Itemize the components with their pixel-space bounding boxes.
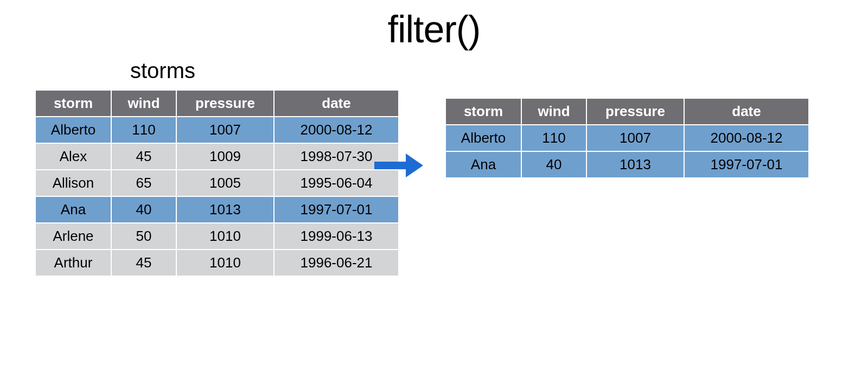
arrow-icon bbox=[374, 152, 423, 179]
table-cell: 2000-08-12 bbox=[275, 117, 398, 143]
table-cell: 50 bbox=[112, 223, 176, 249]
table-row: Ana4010131997-07-01 bbox=[446, 152, 808, 177]
table-cell: 40 bbox=[112, 197, 176, 222]
column-header: wind bbox=[522, 99, 586, 124]
table-row: Allison6510051995-06-04 bbox=[36, 170, 398, 196]
table-row: Ana4010131997-07-01 bbox=[36, 197, 398, 222]
column-header: storm bbox=[36, 91, 111, 116]
table-cell: Ana bbox=[36, 197, 111, 222]
table-cell: 1996-06-21 bbox=[275, 250, 398, 276]
table-cell: 1009 bbox=[177, 144, 273, 169]
table-cell: Alberto bbox=[446, 125, 521, 151]
input-table: stormwindpressuredate Alberto11010072000… bbox=[35, 90, 399, 277]
table-row: Alberto11010072000-08-12 bbox=[36, 117, 398, 143]
table-cell: 65 bbox=[112, 170, 176, 196]
column-header: wind bbox=[112, 91, 176, 116]
table-cell: 1013 bbox=[587, 152, 684, 177]
table-cell: 1010 bbox=[177, 223, 273, 249]
table-cell: Allison bbox=[36, 170, 111, 196]
output-table: stormwindpressuredate Alberto11010072000… bbox=[445, 98, 809, 178]
table-cell: 1013 bbox=[177, 197, 273, 222]
table-cell: 1010 bbox=[177, 250, 273, 276]
table-row: Alberto11010072000-08-12 bbox=[446, 125, 808, 151]
table-cell: 110 bbox=[112, 117, 176, 143]
table-row: Arlene5010101999-06-13 bbox=[36, 223, 398, 249]
left-table-label: storms bbox=[130, 59, 195, 83]
table-cell: 1999-06-13 bbox=[275, 223, 398, 249]
table-cell: Ana bbox=[446, 152, 521, 177]
column-header: pressure bbox=[177, 91, 273, 116]
table-cell: Alex bbox=[36, 144, 111, 169]
table-row: Arthur4510101996-06-21 bbox=[36, 250, 398, 276]
slide: filter() storms stormwindpressuredate Al… bbox=[0, 0, 868, 377]
table-cell: 1007 bbox=[177, 117, 273, 143]
table-cell: 110 bbox=[522, 125, 586, 151]
table-cell: 2000-08-12 bbox=[685, 125, 808, 151]
table-cell: 1997-07-01 bbox=[275, 197, 398, 222]
column-header: date bbox=[685, 99, 808, 124]
table-cell: 1997-07-01 bbox=[685, 152, 808, 177]
column-header: storm bbox=[446, 99, 521, 124]
column-header: pressure bbox=[587, 99, 684, 124]
table-cell: 45 bbox=[112, 250, 176, 276]
table-cell: 1005 bbox=[177, 170, 273, 196]
table-cell: Alberto bbox=[36, 117, 111, 143]
table-row: Alex4510091998-07-30 bbox=[36, 144, 398, 169]
table-cell: Arlene bbox=[36, 223, 111, 249]
table-cell: 40 bbox=[522, 152, 586, 177]
table-cell: Arthur bbox=[36, 250, 111, 276]
table-cell: 1007 bbox=[587, 125, 684, 151]
page-title: filter() bbox=[0, 8, 868, 51]
table-cell: 45 bbox=[112, 144, 176, 169]
column-header: date bbox=[275, 91, 398, 116]
